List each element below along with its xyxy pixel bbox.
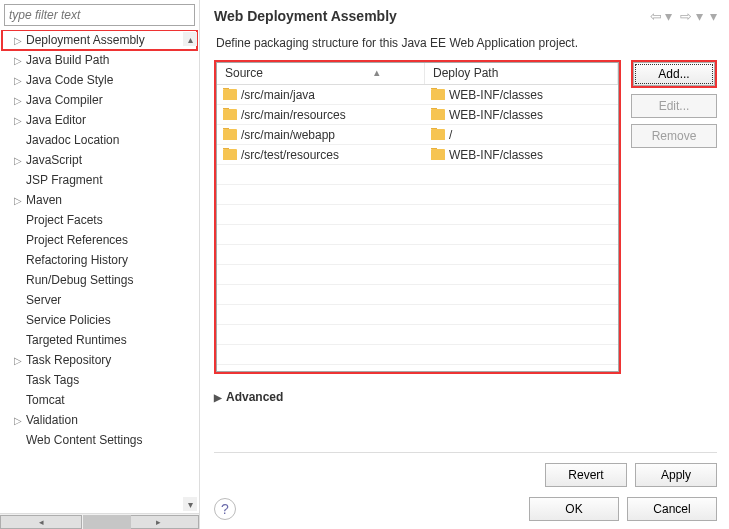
table-row bbox=[217, 285, 618, 305]
sidebar-item[interactable]: ▷Project Facets bbox=[2, 210, 197, 230]
add-button[interactable]: Add... bbox=[633, 62, 715, 86]
expand-icon[interactable]: ▷ bbox=[12, 54, 24, 66]
column-header-source[interactable]: Source bbox=[217, 63, 425, 84]
sidebar-item[interactable]: ▷Targeted Runtimes bbox=[2, 330, 197, 350]
sidebar-item[interactable]: ▷Validation bbox=[2, 410, 197, 430]
sidebar-item[interactable]: ▷Task Repository bbox=[2, 350, 197, 370]
expand-icon[interactable]: ▷ bbox=[12, 74, 24, 86]
folder-icon bbox=[431, 89, 445, 100]
expand-icon[interactable]: ▷ bbox=[12, 194, 24, 206]
table-row[interactable]: /src/main/javaWEB-INF/classes bbox=[217, 85, 618, 105]
table-row bbox=[217, 185, 618, 205]
sidebar-item[interactable]: ▷Maven bbox=[2, 190, 197, 210]
table-row bbox=[217, 205, 618, 225]
folder-icon bbox=[223, 89, 237, 100]
menu-icon[interactable]: ▾ bbox=[710, 8, 717, 24]
scroll-track[interactable] bbox=[83, 515, 116, 529]
forward-icon[interactable]: ⇨ ▾ bbox=[680, 8, 703, 24]
sidebar-item-label: Task Tags bbox=[26, 373, 79, 387]
filter-input[interactable] bbox=[4, 4, 195, 26]
column-header-deploy[interactable]: Deploy Path bbox=[425, 63, 618, 84]
sidebar-item[interactable]: ▷Run/Debug Settings bbox=[2, 270, 197, 290]
revert-button[interactable]: Revert bbox=[545, 463, 627, 487]
help-icon[interactable]: ? bbox=[214, 498, 236, 520]
deploy-path: WEB-INF/classes bbox=[449, 108, 543, 122]
sidebar-item-label: Java Build Path bbox=[26, 53, 109, 67]
expand-icon[interactable]: ▷ bbox=[12, 354, 24, 366]
sidebar-item-label: JavaScript bbox=[26, 153, 82, 167]
sidebar-item[interactable]: ▷Java Editor bbox=[2, 110, 197, 130]
scroll-down-icon[interactable]: ▾ bbox=[183, 497, 197, 511]
sidebar-item[interactable]: ▷Server bbox=[2, 290, 197, 310]
sidebar-item-label: Refactoring History bbox=[26, 253, 128, 267]
edit-button: Edit... bbox=[631, 94, 717, 118]
expand-icon[interactable]: ▷ bbox=[12, 154, 24, 166]
sidebar-item[interactable]: ▷Project References bbox=[2, 230, 197, 250]
deploy-path: WEB-INF/classes bbox=[449, 148, 543, 162]
expand-icon[interactable]: ▷ bbox=[12, 94, 24, 106]
sidebar-item-label: Task Repository bbox=[26, 353, 111, 367]
sidebar-item-label: Validation bbox=[26, 413, 78, 427]
expand-icon[interactable]: ▷ bbox=[12, 114, 24, 126]
source-path: /src/main/java bbox=[241, 88, 315, 102]
table-row[interactable]: /src/main/webapp/ bbox=[217, 125, 618, 145]
table-row[interactable]: /src/test/resourcesWEB-INF/classes bbox=[217, 145, 618, 165]
sidebar: ▴ ▷Deployment Assembly▷Java Build Path▷J… bbox=[0, 0, 200, 529]
sidebar-item-label: Java Code Style bbox=[26, 73, 113, 87]
sidebar-item-label: Java Editor bbox=[26, 113, 86, 127]
assembly-table[interactable]: Source Deploy Path /src/main/javaWEB-INF… bbox=[216, 62, 619, 372]
sidebar-item[interactable]: ▷Java Build Path bbox=[2, 50, 197, 70]
folder-icon bbox=[431, 109, 445, 120]
category-tree[interactable]: ▷Deployment Assembly▷Java Build Path▷Jav… bbox=[0, 30, 199, 513]
sidebar-item[interactable]: ▷Tomcat bbox=[2, 390, 197, 410]
source-path: /src/main/resources bbox=[241, 108, 346, 122]
sidebar-item-label: Javadoc Location bbox=[26, 133, 119, 147]
sidebar-item-label: Project Facets bbox=[26, 213, 103, 227]
cancel-button[interactable]: Cancel bbox=[627, 497, 717, 521]
deploy-path: WEB-INF/classes bbox=[449, 88, 543, 102]
table-row bbox=[217, 305, 618, 325]
table-row bbox=[217, 265, 618, 285]
sidebar-item[interactable]: ▷Javadoc Location bbox=[2, 130, 197, 150]
source-path: /src/test/resources bbox=[241, 148, 339, 162]
advanced-toggle[interactable]: ▶ Advanced bbox=[214, 390, 717, 404]
expand-icon[interactable]: ▷ bbox=[12, 414, 24, 426]
page-title: Web Deployment Assembly bbox=[214, 8, 646, 24]
sidebar-item[interactable]: ▷Task Tags bbox=[2, 370, 197, 390]
sidebar-item-label: Run/Debug Settings bbox=[26, 273, 133, 287]
sidebar-item-label: Java Compiler bbox=[26, 93, 103, 107]
scroll-up-icon[interactable]: ▴ bbox=[183, 32, 197, 46]
folder-icon bbox=[431, 149, 445, 160]
sidebar-item[interactable]: ▷JavaScript bbox=[2, 150, 197, 170]
scroll-left-icon[interactable]: ◂ bbox=[0, 515, 82, 529]
triangle-right-icon: ▶ bbox=[214, 392, 222, 403]
sidebar-item-label: Tomcat bbox=[26, 393, 65, 407]
folder-icon bbox=[431, 129, 445, 140]
sidebar-item[interactable]: ▷Refactoring History bbox=[2, 250, 197, 270]
table-row bbox=[217, 325, 618, 345]
folder-icon bbox=[223, 129, 237, 140]
sidebar-item[interactable]: ▷JSP Fragment bbox=[2, 170, 197, 190]
sidebar-item-label: Deployment Assembly bbox=[26, 33, 145, 47]
sidebar-item[interactable]: ▷Java Compiler bbox=[2, 90, 197, 110]
table-row[interactable]: /src/main/resourcesWEB-INF/classes bbox=[217, 105, 618, 125]
main-panel: Web Deployment Assembly ⇦ ▾ ⇨ ▾ ▾ Define… bbox=[200, 0, 729, 529]
folder-icon bbox=[223, 109, 237, 120]
sidebar-item[interactable]: ▷Web Content Settings bbox=[2, 430, 197, 450]
sidebar-item[interactable]: ▷Service Policies bbox=[2, 310, 197, 330]
expand-icon[interactable]: ▷ bbox=[12, 34, 24, 46]
sidebar-item-label: Project References bbox=[26, 233, 128, 247]
horizontal-scrollbar[interactable]: ◂ ▸ bbox=[0, 513, 199, 529]
advanced-label: Advanced bbox=[226, 390, 283, 404]
apply-button[interactable]: Apply bbox=[635, 463, 717, 487]
back-icon[interactable]: ⇦ ▾ bbox=[650, 8, 673, 24]
sidebar-item[interactable]: ▷Java Code Style bbox=[2, 70, 197, 90]
scroll-thumb[interactable] bbox=[83, 515, 131, 529]
sidebar-item[interactable]: ▷Deployment Assembly bbox=[2, 30, 197, 50]
sidebar-item-label: Maven bbox=[26, 193, 62, 207]
ok-button[interactable]: OK bbox=[529, 497, 619, 521]
sidebar-item-label: Service Policies bbox=[26, 313, 111, 327]
nav-icons: ⇦ ▾ ⇨ ▾ ▾ bbox=[646, 8, 717, 24]
table-row bbox=[217, 345, 618, 365]
source-path: /src/main/webapp bbox=[241, 128, 335, 142]
